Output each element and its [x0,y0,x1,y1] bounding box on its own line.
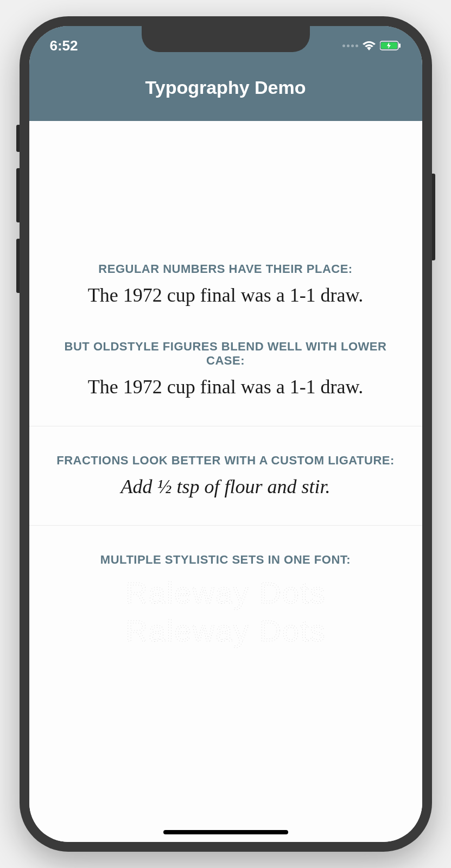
dotted-text-line-2: Raleway Dots [125,614,326,648]
example-oldstyle-figures: The 1972 cup final was a 1-1 draw. [46,374,406,400]
power-button [432,174,435,260]
volume-down-button [16,239,20,293]
example-fractions: Add ½ tsp of flour and stir. [46,474,406,500]
section-stylistic-sets: MULTIPLE STYLISTIC SETS IN ONE FONT: Ral… [29,526,422,690]
svg-rect-2 [399,43,401,48]
section-numbers: REGULAR NUMBERS HAVE THEIR PLACE: The 19… [29,121,422,426]
example-raleway-dots: Raleway Dots Raleway Dots [46,573,406,663]
volume-up-button [16,168,20,222]
home-indicator[interactable] [163,830,288,834]
phone-side-buttons [16,125,20,309]
status-icons [342,34,402,50]
silent-switch [16,125,20,152]
dotted-text-line-1: Raleway Dots [125,576,326,610]
wifi-icon [363,41,376,50]
example-regular-numbers: The 1972 cup final was a 1-1 draw. [46,283,406,308]
content-area[interactable]: REGULAR NUMBERS HAVE THEIR PLACE: The 19… [29,121,422,842]
section-fractions: FRACTIONS LOOK BETTER WITH A CUSTOM LIGA… [29,426,422,526]
caption-stylistic-sets: MULTIPLE STYLISTIC SETS IN ONE FONT: [46,553,406,567]
phone-screen: 6:52 Typography [29,26,422,842]
battery-charging-icon [380,41,402,50]
caption-oldstyle-figures: BUT OLDSTYLE FIGURES BLEND WELL WITH LOW… [46,340,406,368]
cellular-icon [342,44,358,47]
phone-device-frame: 6:52 Typography [20,16,432,852]
phone-notch [142,26,310,52]
page-title: Typography Demo [145,77,306,98]
status-time: 6:52 [50,31,78,54]
caption-regular-numbers: REGULAR NUMBERS HAVE THEIR PLACE: [46,262,406,276]
caption-fractions: FRACTIONS LOOK BETTER WITH A CUSTOM LIGA… [46,454,406,468]
